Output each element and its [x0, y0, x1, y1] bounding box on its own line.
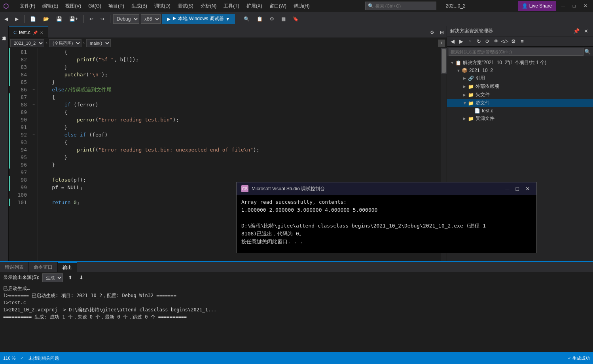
open-button[interactable]: 📂	[40, 14, 52, 24]
toolbar-btn-3[interactable]: ⚙	[267, 14, 277, 24]
platform-select[interactable]: x86	[141, 14, 161, 24]
project-item[interactable]: ▼ 📦 2021_10_2	[447, 67, 593, 74]
menu-build[interactable]: 生成(B)	[128, 2, 150, 10]
menu-extend[interactable]: 扩展(X)	[243, 2, 265, 10]
collapse-88[interactable]: −	[30, 101, 38, 108]
undo-button[interactable]: ↩	[87, 14, 96, 24]
collapse-94	[30, 146, 38, 154]
editor-split-button[interactable]: ⊟	[437, 27, 447, 38]
se-forward-button[interactable]: ▶	[457, 38, 465, 46]
tab-output[interactable]: 输出	[58, 262, 77, 272]
window-maximize-button[interactable]: □	[570, 3, 578, 9]
extdep-label: 外部依赖项	[476, 83, 499, 90]
se-home-button[interactable]: ⌂	[466, 38, 474, 46]
debug-config-select[interactable]: Debug	[113, 14, 139, 24]
tab-command-window[interactable]: 命令窗口	[29, 262, 58, 272]
menu-window[interactable]: 窗口(W)	[266, 2, 290, 10]
breadcrumb-range-select[interactable]: (全局范围)	[49, 39, 81, 47]
new-file-button[interactable]: 📄	[27, 14, 39, 24]
collapse-95	[30, 154, 38, 161]
external-deps-item[interactable]: ▶ 📁 外部依赖项	[447, 82, 593, 91]
editor-tab-test-c[interactable]: C test.c 📌 ✕	[9, 27, 48, 38]
menu-file[interactable]: 文件(F)	[17, 2, 38, 10]
scroll-thumb[interactable]	[442, 49, 446, 73]
menu-analyze[interactable]: 分析(N)	[197, 2, 220, 10]
toolbar-btn-1[interactable]: 🔍	[241, 14, 252, 24]
console-line-3	[241, 214, 532, 222]
menu-help[interactable]: 帮助(H)	[290, 2, 313, 10]
breadcrumb-file-select[interactable]: 2021_10_2	[10, 39, 44, 47]
console-line-1: Array read successfully, contents:	[241, 198, 532, 206]
menu-test[interactable]: 测试(S)	[174, 2, 197, 10]
collapse-86[interactable]: −	[30, 86, 38, 93]
menu-edit[interactable]: 编辑(E)	[39, 2, 61, 10]
redo-button[interactable]: ↪	[98, 14, 107, 24]
search-box[interactable]: 🔍	[365, 2, 436, 10]
run-button[interactable]: ▶ ▶ 本地 Windows 调试器 ▼	[162, 14, 235, 24]
menu-project[interactable]: 项目(P)	[105, 2, 127, 10]
resource-files-item[interactable]: ▶ 📁 资源文件	[447, 114, 593, 123]
console-maximize-button[interactable]: □	[514, 186, 521, 192]
editor-header: 2021_10_2 › (全局范围) › main() +	[9, 38, 447, 48]
menu-tools[interactable]: 工具(T)	[220, 2, 242, 10]
rp-close-button[interactable]: ✕	[582, 27, 590, 35]
toolbar-btn-5[interactable]: 🔖	[290, 14, 301, 24]
live-share-button[interactable]: 👤 Live Share	[518, 1, 556, 11]
back-button[interactable]: ◀	[2, 14, 11, 24]
ln-97: 97	[10, 169, 30, 176]
se-refresh-button[interactable]: ⟳	[483, 38, 491, 46]
console-line-4: D:\编程\比特\gitee\attend-classclass-begins\…	[241, 222, 532, 230]
ln-91: 91	[10, 123, 30, 131]
forward-button[interactable]: ▶	[12, 14, 21, 24]
source-files-item[interactable]: ▼ 📁 源文件	[447, 99, 593, 107]
collapse-92[interactable]: −	[30, 131, 38, 138]
se-settings-button[interactable]: ≡	[518, 38, 526, 46]
collapse-margin: − − −	[30, 48, 38, 261]
tab-pin-icon[interactable]: 📌	[33, 30, 38, 35]
se-code-view-button[interactable]: </>	[501, 38, 509, 46]
save-all-button[interactable]: 💾+	[66, 14, 81, 24]
hdr-arrow: ▶	[463, 93, 468, 97]
output-btn-2[interactable]: ⬇	[77, 274, 85, 282]
console-close-button[interactable]: ✕	[524, 186, 532, 192]
output-line-3: 1>test.c	[3, 299, 590, 306]
se-sync-button[interactable]: ↻	[475, 38, 483, 46]
breadcrumb-func-select[interactable]: main()	[86, 39, 111, 47]
output-source-select[interactable]: 生成	[42, 273, 63, 282]
output-btn-1[interactable]: ⬆	[66, 274, 74, 282]
menu-debug[interactable]: 调试(D)	[151, 2, 174, 10]
save-button[interactable]: 💾	[53, 14, 65, 24]
ln-96: 96	[10, 161, 30, 169]
rp-pin-button[interactable]: 📌	[572, 27, 580, 35]
test-c-item[interactable]: 📄 test.c	[447, 107, 593, 114]
solution-root-item[interactable]: ▼ 📋 解决方案"2021_10_2"(1 个项目/共 1 个)	[447, 59, 593, 67]
bottom-tabs: 错误列表 命令窗口 输出	[0, 262, 593, 272]
toolbar-btn-2[interactable]: 📋	[254, 14, 265, 24]
se-show-all-button[interactable]: 👁	[492, 38, 500, 46]
toolbar-btn-4[interactable]: ▦	[279, 14, 288, 24]
output-line-2: 1>======= 已启动生成: 项目: 2021_10_2，配置: Debug…	[3, 292, 590, 299]
tab-error-list[interactable]: 错误列表	[0, 262, 29, 272]
search-input[interactable]	[375, 4, 431, 8]
window-close-button[interactable]: ✕	[581, 3, 590, 9]
window-minimize-button[interactable]: ─	[559, 3, 567, 9]
references-item[interactable]: ▶ 🔗 引用	[447, 74, 593, 82]
testc-label: test.c	[482, 108, 493, 114]
se-properties-button[interactable]: ⚙	[510, 38, 517, 46]
tab-close-button[interactable]: ✕	[40, 30, 43, 35]
console-minimize-button[interactable]: ─	[504, 186, 511, 192]
solution-explorer-search[interactable]: 🔍	[447, 47, 593, 57]
editor-settings-button[interactable]: ⚙	[427, 27, 437, 38]
activity-explorer[interactable]: 解决方案资源管理器	[1, 28, 8, 40]
header-files-item[interactable]: ▶ 📁 头文件	[447, 91, 593, 99]
solution-explorer-search-input[interactable]	[449, 48, 584, 56]
menu-view[interactable]: 视图(V)	[62, 2, 84, 10]
output-line-4: 1>2021_10_2.vcxproj -> D:\编程\比特\gitee\at…	[3, 306, 590, 313]
search-icon: 🔍	[368, 3, 374, 9]
menu-git[interactable]: Git(G)	[85, 2, 104, 9]
solution-explorer-toolbar: ◀ ▶ ⌂ ↻ ⟳ 👁 </> ⚙ ≡	[447, 36, 593, 47]
add-line-button[interactable]: +	[438, 40, 445, 47]
ln-101: 101	[10, 199, 30, 206]
search-icon-button[interactable]: 🔍	[584, 48, 591, 56]
se-back-button[interactable]: ◀	[449, 38, 457, 46]
